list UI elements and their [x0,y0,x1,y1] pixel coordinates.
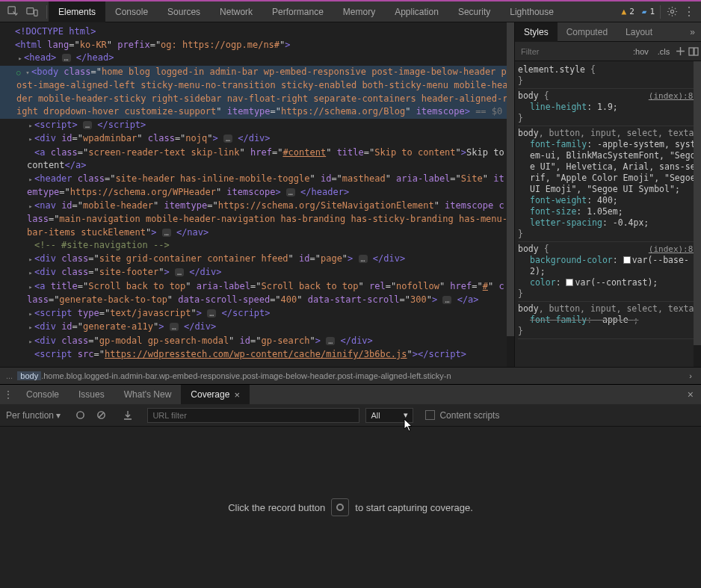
main-tab-elements[interactable]: Elements [49,1,105,22]
styles-tabs: StylesComputedLayout» [515,22,701,42]
dom-node[interactable]: <!DOCTYPE html> [0,25,514,39]
drawer-tab-console[interactable]: Console [16,385,69,404]
inspect-icon[interactable] [3,2,22,22]
css-rule[interactable]: body {(index):83line-height: 1.9;} [518,89,698,126]
dom-node[interactable]: <a title="Scroll back to top" aria-label… [0,280,514,307]
main-tab-performance[interactable]: Performance [262,1,333,22]
dom-node[interactable]: <div class="site-footer"> … </div> [0,266,514,280]
main-tab-console[interactable]: Console [105,1,158,22]
main-tab-security[interactable]: Security [448,1,500,22]
dom-node[interactable]: <a class="screen-reader-text skip-link" … [0,146,514,173]
computed-pane-icon[interactable] [688,44,699,59]
svg-rect-4 [689,48,694,55]
styles-tab-layout[interactable]: Layout [617,22,661,42]
styles-panel: StylesComputedLayout» :hov .cls element.… [514,22,701,367]
svg-point-3 [670,10,673,13]
styles-tabs-more-icon[interactable]: » [684,27,701,37]
issues-badge[interactable]: ▰1 [638,5,658,18]
dom-node[interactable]: <script src="https://wdpresstech.com/wp-… [0,348,514,362]
settings-icon[interactable] [662,2,682,22]
dom-node[interactable]: <script type="text/javascript"> … </scri… [0,307,514,321]
warnings-badge[interactable]: ▲2 [618,5,638,18]
elements-scrollbar[interactable] [507,22,514,367]
dom-node[interactable]: <script> … </script> [0,119,514,133]
url-filter-input[interactable] [147,408,359,423]
cls-toggle[interactable]: .cls [655,47,673,56]
elements-panel[interactable]: <!DOCTYPE html><html lang="ko-KR" prefix… [0,22,514,367]
content-scripts-checkbox[interactable]: Content scripts [425,410,499,421]
coverage-toolbar: Per function ▾ All▾ Content scripts [0,404,701,427]
record-hint-icon[interactable] [331,498,349,516]
device-toggle-icon[interactable] [22,2,42,22]
drawer-tab-what-s-new[interactable]: What's New [114,385,182,404]
drawer-close-icon[interactable]: × [680,389,701,400]
devtools-toolbar: ElementsConsoleSourcesNetworkPerformance… [0,1,701,22]
dom-node[interactable]: <div class="gp-modal gp-search-modal" id… [0,335,514,349]
styles-scrollbar[interactable] [694,61,701,367]
styles-rules[interactable]: element.style {}body {(index):83line-hei… [515,61,701,367]
dom-node[interactable]: <head> … </head> [0,52,514,66]
type-filter-select[interactable]: All▾ [365,408,413,423]
styles-tab-computed[interactable]: Computed [558,22,617,42]
breadcrumb-selected: body [17,371,41,380]
dom-node[interactable]: <html lang="ko-KR" prefix="og: https://o… [0,39,514,52]
main-tabs: ElementsConsoleSourcesNetworkPerformance… [49,1,563,22]
dom-node[interactable]: <header class="site-header has-inline-mo… [0,173,514,199]
empty-text-after: to start capturing coverage. [355,502,473,513]
dom-node[interactable]: <!-- #site-navigation --> [0,239,514,253]
coverage-empty-state: Click the record button to start capturi… [0,427,701,588]
main-tab-lighthouse[interactable]: Lighthouse [500,1,563,22]
svg-point-7 [77,412,84,418]
svg-rect-1 [27,7,34,13]
breadcrumb-next-icon[interactable]: › [686,371,695,380]
more-menu-icon[interactable]: ⋮ [682,4,701,19]
breadcrumb[interactable]: ... body.home.blog.logged-in.admin-bar.w… [0,367,701,384]
dom-node[interactable]: <body class="home blog logged-in admin-b… [0,66,514,119]
styles-tab-styles[interactable]: Styles [515,22,558,42]
record-icon[interactable] [72,408,87,423]
main-tab-application[interactable]: Application [385,1,448,22]
css-rule[interactable]: body, button, input, select, textarea {(… [518,126,698,242]
dom-node[interactable]: <nav id="mobile-header" itemtype="https:… [0,199,514,240]
main-tab-memory[interactable]: Memory [333,1,385,22]
export-icon[interactable] [120,408,135,423]
svg-rect-5 [694,48,698,55]
css-rule[interactable]: body {(index):83background-color: var(--… [518,242,698,302]
css-rule[interactable]: body, button, input, select, textarea {2… [518,302,698,339]
drawer-tab-issues[interactable]: Issues [69,385,114,404]
styles-toolbar: :hov .cls [515,42,701,61]
styles-filter-input[interactable] [518,47,627,56]
tab-close-icon[interactable]: × [234,389,240,400]
hov-toggle[interactable]: :hov [630,47,652,56]
dom-node[interactable]: <div class="site grid-container containe… [0,253,514,267]
css-rule[interactable]: element.style {} [518,63,698,89]
drawer-tab-coverage[interactable]: Coverage× [181,385,250,404]
breadcrumb-rest: .home.blog.logged-in.admin-bar.wp-embed-… [41,371,451,380]
main-tab-network[interactable]: Network [210,1,262,22]
drawer-tabs: ⋮ ConsoleIssuesWhat's NewCoverage×× [0,385,701,404]
block-icon[interactable] [93,408,108,423]
main-tab-sources[interactable]: Sources [158,1,210,22]
per-function-select[interactable]: Per function ▾ [6,410,61,421]
svg-rect-2 [34,10,37,16]
dom-node[interactable]: <div id="generate-a11y"> … </div> [0,321,514,335]
empty-text-before: Click the record button [228,502,325,513]
dom-node[interactable]: <div id="wpadminbar" class="nojq"> … </d… [0,132,514,146]
drawer-menu-icon[interactable]: ⋮ [0,385,16,404]
new-rule-icon[interactable] [676,44,685,59]
drawer: ⋮ ConsoleIssuesWhat's NewCoverage×× Per … [0,384,701,588]
